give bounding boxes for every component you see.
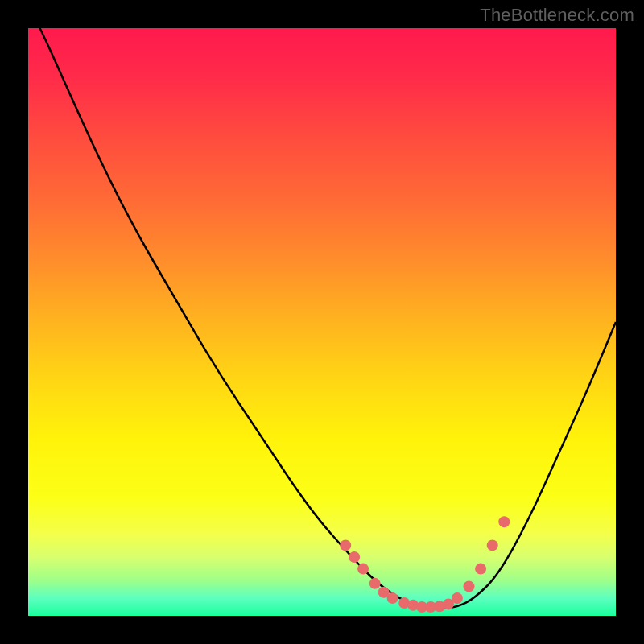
marker-dot [487, 539, 498, 551]
marker-dot [452, 592, 463, 604]
chart-svg [28, 28, 616, 616]
marker-dot [357, 564, 369, 575]
bottleneck-curve [28, 5, 616, 609]
marker-dot [349, 551, 360, 563]
marker-dot [498, 516, 510, 527]
marker-dot [464, 581, 475, 592]
marker-dot [475, 564, 486, 575]
marker-dot [387, 592, 398, 604]
marker-dot [369, 578, 381, 589]
watermark-text: TheBottleneck.com [480, 5, 634, 26]
chart-frame: TheBottleneck.com [0, 0, 644, 644]
marker-dot [340, 539, 351, 551]
plot-area [28, 28, 616, 616]
bottom-markers [340, 516, 510, 613]
